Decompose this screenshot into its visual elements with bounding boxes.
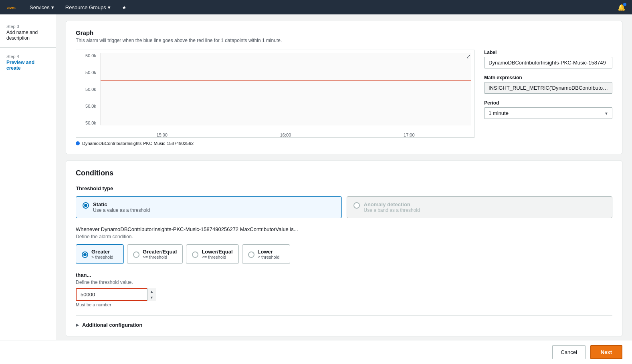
bookmark-nav[interactable]: ★: [119, 4, 129, 10]
y-label-1: 50.0k: [85, 53, 96, 58]
anomaly-card-content: Anomaly detection Use a band as a thresh…: [364, 201, 420, 213]
graph-right-panel: Label Math expression INSIGHT_RULE_METRI…: [484, 50, 612, 146]
threshold-options: Static Use a value as a threshold Anomal…: [76, 196, 612, 218]
static-subtitle: Use a value as a threshold: [93, 207, 150, 213]
top-nav: aws Services ▾ Resource Groups ▾ ★ 🔔: [0, 0, 632, 14]
sidebar-step3: Step 3 Add name and description: [0, 21, 56, 44]
graph-chart: 50.0k 50.0k 50.0k 50.0k 50.0k 15:00 16:0…: [76, 50, 475, 146]
expand-icon[interactable]: ⤢: [466, 53, 471, 60]
cancel-button[interactable]: Cancel: [552, 345, 585, 359]
additional-config-arrow: ▶: [76, 323, 79, 327]
lower-card-content: Lower < threshold: [258, 249, 280, 259]
period-select-wrapper: 1 minute 5 minutes 10 minutes 1 hour ▼: [484, 107, 612, 119]
threshold-hint: Define the threshold value.: [76, 280, 612, 285]
additional-config: ▶ Additional configuration: [76, 315, 612, 328]
greater-equal-card-content: Greater/Equal >= threshold: [143, 249, 177, 259]
lower-radio: [248, 251, 254, 258]
lower-equal-card-content: Lower/Equal <= threshold: [202, 249, 232, 259]
additional-config-label: Additional configuration: [82, 322, 142, 328]
greater-title: Greater: [91, 249, 113, 255]
graph-card: Graph This alarm will trigger when the b…: [66, 21, 622, 154]
lower-condition-card[interactable]: Lower < threshold: [242, 244, 290, 264]
main-content: Graph This alarm will trigger when the b…: [56, 14, 632, 364]
period-field-group: Period 1 minute 5 minutes 10 minutes 1 h…: [484, 100, 612, 119]
y-label-2: 50.0k: [85, 70, 96, 75]
chart-inner: [100, 53, 471, 125]
greater-equal-radio: [133, 251, 139, 258]
resource-groups-label: Resource Groups: [65, 4, 106, 10]
x-label-2: 16:00: [280, 133, 291, 137]
y-label-5: 50.0k: [85, 121, 96, 125]
stepper-buttons: ▲ ▼: [147, 288, 156, 301]
footer: Cancel Next: [0, 340, 632, 364]
lower-equal-title: Lower/Equal: [202, 249, 232, 255]
chart-container: 50.0k 50.0k 50.0k 50.0k 50.0k 15:00 16:0…: [76, 50, 475, 138]
whenever-text: Whenever DynamoDBContributorInsights-PKC…: [76, 226, 612, 232]
math-expr-value: INSIGHT_RULE_METRIC('DynamoDBContributor…: [484, 82, 612, 94]
anomaly-radio: [353, 202, 360, 209]
additional-config-header[interactable]: ▶ Additional configuration: [76, 322, 612, 328]
legend-text: DynamoDBContributorInsights-PKC-Music-15…: [82, 141, 194, 146]
conditions-card: Conditions Threshold type Static Use a v…: [66, 161, 622, 336]
x-label-3: 17:00: [404, 133, 415, 137]
threshold-type-label: Threshold type: [76, 185, 612, 191]
anomaly-title: Anomaly detection: [364, 201, 420, 207]
static-threshold-card[interactable]: Static Use a value as a threshold: [76, 196, 342, 218]
sidebar-divider: [0, 47, 56, 48]
services-nav[interactable]: Services ▾: [27, 4, 57, 10]
than-label: than...: [76, 272, 612, 278]
step3-name: Add name and description: [6, 30, 49, 41]
greater-condition-card[interactable]: Greater > threshold: [76, 244, 124, 264]
threshold-value-input[interactable]: [76, 288, 156, 301]
static-card-content: Static Use a value as a threshold: [93, 201, 150, 213]
conditions-title: Conditions: [76, 169, 612, 177]
period-label: Period: [484, 100, 612, 106]
must-be-number: Must be a number: [76, 302, 612, 307]
services-chevron: ▾: [51, 4, 54, 10]
anomaly-subtitle: Use a band as a threshold: [364, 207, 420, 213]
lower-equal-condition-card[interactable]: Lower/Equal <= threshold: [186, 244, 238, 264]
resource-groups-chevron: ▾: [108, 4, 111, 10]
alarm-condition-label: Define the alarm condition.: [76, 234, 612, 239]
greater-subtitle: > threshold: [91, 255, 113, 259]
sidebar: Step 3 Add name and description Step 4 P…: [0, 14, 56, 364]
bookmark-icon: ★: [122, 4, 127, 10]
greater-card-content: Greater > threshold: [91, 249, 113, 259]
bell-icon-wrapper[interactable]: 🔔: [618, 4, 626, 11]
graph-title: Graph: [76, 29, 612, 36]
next-button[interactable]: Next: [590, 345, 622, 359]
y-label-3: 50.0k: [85, 87, 96, 92]
period-select[interactable]: 1 minute 5 minutes 10 minutes 1 hour: [484, 107, 612, 119]
static-title: Static: [93, 201, 150, 207]
resource-groups-nav[interactable]: Resource Groups ▾: [63, 4, 113, 10]
math-expr-label: Math expression: [484, 75, 612, 80]
label-field-label: Label: [484, 50, 612, 55]
graph-subtitle: This alarm will trigger when the blue li…: [76, 38, 612, 43]
x-label-1: 15:00: [156, 133, 168, 137]
greater-equal-condition-card[interactable]: Greater/Equal >= threshold: [127, 244, 183, 264]
graph-area: 50.0k 50.0k 50.0k 50.0k 50.0k 15:00 16:0…: [76, 50, 612, 146]
lower-equal-subtitle: <= threshold: [202, 255, 232, 259]
greater-radio: [82, 251, 88, 258]
svg-text:aws: aws: [7, 5, 16, 10]
label-input[interactable]: [484, 57, 612, 68]
y-label-4: 50.0k: [85, 104, 96, 109]
condition-options: Greater > threshold Greater/Equal >= thr…: [76, 244, 612, 264]
anomaly-threshold-card[interactable]: Anomaly detection Use a band as a thresh…: [347, 196, 613, 218]
static-radio: [83, 202, 89, 209]
chart-legend: DynamoDBContributorInsights-PKC-Music-15…: [76, 141, 475, 146]
stepper-up-button[interactable]: ▲: [147, 288, 156, 295]
legend-dot: [76, 141, 80, 145]
threshold-input-wrapper: ▲ ▼: [76, 288, 156, 301]
aws-logo: aws: [6, 2, 21, 12]
greater-equal-subtitle: >= threshold: [143, 255, 177, 259]
layout: Step 3 Add name and description Step 4 P…: [0, 14, 632, 364]
label-field-group: Label: [484, 50, 612, 68]
notification-dot: [623, 3, 626, 6]
chart-threshold-line: [101, 80, 471, 81]
chart-x-labels: 15:00 16:00 17:00: [100, 131, 471, 137]
greater-equal-title: Greater/Equal: [143, 249, 177, 255]
chart-y-labels: 50.0k 50.0k 50.0k 50.0k 50.0k: [76, 53, 99, 125]
stepper-down-button[interactable]: ▼: [147, 295, 156, 301]
lower-equal-radio: [192, 251, 198, 258]
